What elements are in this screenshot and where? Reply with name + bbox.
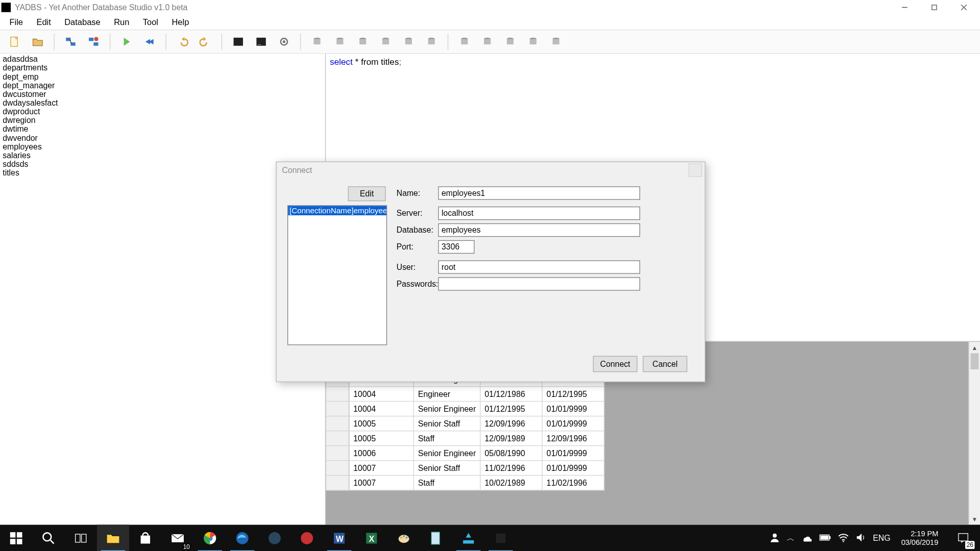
mail-taskbar[interactable]: 10 <box>161 525 193 551</box>
db-tool-1[interactable] <box>308 32 327 51</box>
db-tool-6[interactable] <box>422 32 441 51</box>
chrome-taskbar[interactable] <box>194 525 226 551</box>
table-item[interactable]: departments <box>2 64 324 72</box>
connection-list[interactable]: [ConnectionName]employees1 <box>287 205 387 345</box>
file-explorer-taskbar[interactable] <box>97 525 129 551</box>
connect-button[interactable]: Connect <box>593 356 638 372</box>
svg-rect-33 <box>428 39 435 44</box>
menubar: File Edit Database Run Tool Help <box>0 15 980 30</box>
paint-taskbar[interactable] <box>388 525 420 551</box>
maximize-button[interactable] <box>919 0 949 15</box>
disconnect-button[interactable] <box>84 32 103 51</box>
table-item[interactable]: dept_emp <box>2 72 324 81</box>
table-item[interactable]: salaries <box>2 152 324 160</box>
minimize-button[interactable] <box>890 0 919 15</box>
dialog-close-button[interactable] <box>689 163 702 177</box>
menu-help[interactable]: Help <box>165 16 195 29</box>
yadbs-taskbar[interactable] <box>484 525 517 551</box>
table-row[interactable]: 10004Engineer01/12/198601/12/1995 <box>326 387 604 402</box>
database-input[interactable] <box>438 223 640 237</box>
table-item[interactable]: dept_manager <box>2 82 324 90</box>
people-icon[interactable] <box>769 532 780 544</box>
edit-button[interactable]: Edit <box>348 186 386 201</box>
excel-taskbar[interactable]: X <box>355 525 387 551</box>
db-tool-5[interactable] <box>399 32 418 51</box>
settings-button[interactable] <box>275 32 293 51</box>
svg-rect-73 <box>829 536 831 538</box>
table-item[interactable]: employees <box>2 143 324 152</box>
word-taskbar[interactable]: W <box>323 525 355 551</box>
table-row[interactable]: 10005Staff12/09/198912/09/1996 <box>326 431 604 446</box>
db-tool-4[interactable] <box>376 32 395 51</box>
db-tool-8[interactable] <box>478 32 497 51</box>
menu-run[interactable]: Run <box>107 16 136 29</box>
table-item[interactable]: dwproduct <box>2 108 324 116</box>
volume-icon[interactable] <box>855 532 866 544</box>
menu-file[interactable]: File <box>3 16 30 29</box>
store-taskbar[interactable] <box>129 525 161 551</box>
start-button[interactable] <box>0 525 32 551</box>
port-input[interactable] <box>438 240 474 254</box>
table-row[interactable]: 10006Senior Engineer05/08/199001/01/9999 <box>326 446 604 461</box>
table-item[interactable]: dwregion <box>2 116 324 125</box>
undo-button[interactable] <box>173 32 192 51</box>
name-input[interactable] <box>438 186 640 199</box>
table-item[interactable]: dwcustomer <box>2 90 324 99</box>
db-tool-7[interactable] <box>455 32 474 51</box>
scroll-thumb[interactable] <box>971 353 979 369</box>
menu-tool[interactable]: Tool <box>136 16 165 29</box>
password-input[interactable] <box>438 277 640 290</box>
db-tool-11[interactable] <box>547 32 566 51</box>
steam-taskbar[interactable] <box>258 525 290 551</box>
task-view-button[interactable] <box>65 525 97 551</box>
server-input[interactable] <box>438 207 640 220</box>
clock[interactable]: 2:19 PM 03/06/2019 <box>897 530 942 547</box>
menu-database[interactable]: Database <box>58 16 107 29</box>
notepad-taskbar[interactable] <box>420 525 452 551</box>
results-scrollbar[interactable]: ▲ ▼ <box>969 342 980 525</box>
tray-chevron-icon[interactable]: ︿ <box>787 533 795 544</box>
db-tool-2[interactable] <box>330 32 349 51</box>
connection-item[interactable]: [ConnectionName]employees1 <box>288 206 386 215</box>
continue-button[interactable] <box>140 32 159 51</box>
console-button[interactable] <box>229 32 248 51</box>
battery-icon[interactable] <box>819 533 831 543</box>
terminal-button[interactable]: _ <box>252 32 271 51</box>
edge-taskbar[interactable] <box>226 525 258 551</box>
language-indicator[interactable]: ENG <box>873 534 890 543</box>
download-taskbar[interactable] <box>452 525 484 551</box>
open-file-button[interactable] <box>28 32 47 51</box>
table-item[interactable]: titles <box>2 169 324 178</box>
search-button[interactable] <box>32 525 64 551</box>
scroll-up-icon[interactable]: ▲ <box>969 342 980 353</box>
table-item[interactable]: dwdaysalesfact <box>2 99 324 108</box>
new-file-button[interactable] <box>6 32 24 51</box>
table-item[interactable]: dwtime <box>2 125 324 134</box>
notifications-button[interactable]: 26 <box>949 525 977 551</box>
run-button[interactable] <box>117 32 136 51</box>
app-red-taskbar[interactable] <box>291 525 323 551</box>
port-label: Port: <box>397 242 438 252</box>
svg-marker-76 <box>857 533 862 541</box>
db-tool-3[interactable] <box>353 32 372 51</box>
wifi-icon[interactable] <box>838 532 849 544</box>
redo-button[interactable] <box>196 32 215 51</box>
scroll-down-icon[interactable]: ▼ <box>969 513 980 524</box>
onedrive-icon[interactable] <box>801 532 812 544</box>
table-row[interactable]: 10004Senior Engineer01/12/199501/01/9999 <box>326 402 604 416</box>
table-item[interactable]: adasddsa <box>2 55 324 64</box>
cancel-button[interactable]: Cancel <box>643 356 687 372</box>
close-button[interactable] <box>949 0 978 15</box>
table-row[interactable]: 10007Staff10/02/198911/02/1996 <box>326 475 604 490</box>
svg-rect-52 <box>141 536 150 544</box>
table-item[interactable]: dwvendor <box>2 134 324 142</box>
connect-button[interactable] <box>61 32 80 51</box>
db-tool-9[interactable] <box>501 32 520 51</box>
menu-edit[interactable]: Edit <box>30 16 58 29</box>
user-input[interactable] <box>438 260 640 273</box>
svg-rect-44 <box>10 532 16 538</box>
table-row[interactable]: 10005Senior Staff12/09/199601/01/9999 <box>326 416 604 431</box>
db-tool-10[interactable] <box>524 32 543 51</box>
table-row[interactable]: 10007Senior Staff11/02/199601/01/9999 <box>326 461 604 475</box>
table-item[interactable]: sddsds <box>2 160 324 169</box>
